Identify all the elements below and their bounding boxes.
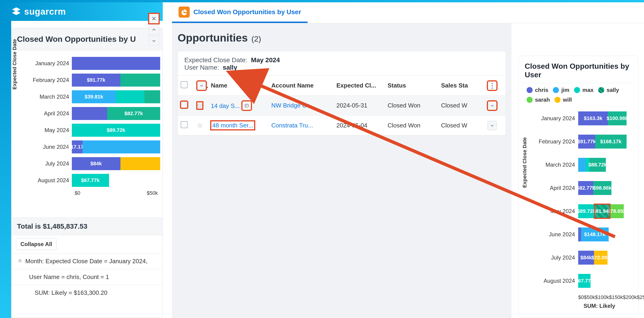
- chart-segment[interactable]: [120, 74, 160, 87]
- chart-segment[interactable]: $78.65k: [610, 204, 624, 218]
- right-chart-row[interactable]: February 2024$91.77k$168.17k: [536, 130, 634, 153]
- right-chart-row[interactable]: May 2024$89.72k$81.94k$78.65k: [536, 200, 634, 223]
- left-chart-row[interactable]: April 2024$82.77k: [25, 105, 160, 122]
- left-chart-row[interactable]: July 2024$84k: [25, 155, 160, 172]
- left-chart-yaxis: Expected Close Date: [12, 29, 18, 99]
- table-row[interactable]: ☆48 month Ser...Constrata Tru...2024-05-…: [178, 116, 506, 136]
- tab-closed-won[interactable]: Closed Won Opportunities by User: [172, 2, 308, 23]
- table-row[interactable]: ☆14 day S...NW Bridge Co...2024-05-31Clo…: [178, 96, 506, 116]
- column-header[interactable]: Expected Cl...: [334, 80, 385, 91]
- column-header[interactable]: Name: [208, 80, 268, 91]
- chart-segment[interactable]: $89.72k: [72, 124, 160, 137]
- left-chart-category: July 2024: [25, 160, 72, 167]
- chart-segment[interactable]: $84k: [72, 157, 120, 170]
- drawer-down-button[interactable]: [149, 36, 159, 46]
- left-chart-row[interactable]: May 2024$89.72k: [25, 122, 160, 139]
- legend-item-jim[interactable]: jim: [553, 87, 569, 93]
- legend-item-sarah[interactable]: sarah: [526, 97, 550, 103]
- row-checkbox[interactable]: [181, 101, 188, 108]
- chart-segment[interactable]: [144, 90, 160, 103]
- collapse-all-button[interactable]: Collapse All: [16, 238, 56, 250]
- tab-strip: Closed Won Opportunities by User: [172, 2, 644, 23]
- cell-stage: Closed W: [438, 120, 485, 131]
- double-chevron-up-icon: [18, 258, 22, 265]
- chart-segment[interactable]: $82.77k: [107, 107, 160, 120]
- tree-row-sum[interactable]: SUM: Likely = $163,300.20: [12, 285, 162, 301]
- right-chart[interactable]: Expected Close Date January 2024$163.3k$…: [522, 107, 634, 309]
- chart-segment[interactable]: [72, 107, 107, 120]
- chart-segment[interactable]: [72, 57, 160, 70]
- left-chart-row[interactable]: August 2024$67.77k: [25, 172, 160, 189]
- favorite-star[interactable]: ☆: [197, 102, 203, 109]
- left-chart[interactable]: Expected Close Date January 2024February…: [12, 50, 162, 217]
- select-all-checkbox[interactable]: [181, 81, 188, 88]
- right-chart-xlabel: SUM: Likely: [536, 303, 634, 309]
- account-link[interactable]: NW Bridge Co...: [271, 102, 315, 109]
- left-chart-row[interactable]: February 2024$91.77k: [25, 72, 160, 88]
- chart-segment[interactable]: $72.09k: [594, 251, 608, 265]
- filter-date-value: May 2024: [251, 56, 280, 64]
- drawer-up-button[interactable]: [149, 25, 159, 35]
- chart-segment[interactable]: $67.77k: [72, 174, 109, 187]
- chart-segment[interactable]: $148.17k: [581, 227, 609, 241]
- chevron-up-icon: [152, 27, 156, 32]
- chart-segment[interactable]: $82.77k: [578, 181, 593, 195]
- chart-segment[interactable]: $91.77k: [72, 74, 120, 87]
- chart-segment[interactable]: $163.3k: [578, 111, 608, 125]
- left-chart-category: May 2024: [25, 127, 72, 134]
- chart-segment[interactable]: $98.86k: [593, 181, 611, 195]
- legend-item-max[interactable]: max: [574, 87, 594, 93]
- legend-item-sally[interactable]: sally: [598, 87, 619, 93]
- row-checkbox[interactable]: [181, 121, 188, 128]
- right-chart-category: February 2024: [536, 138, 578, 145]
- chart-segment[interactable]: [82, 141, 160, 154]
- chart-segment[interactable]: $67.77k: [578, 274, 590, 288]
- legend-item-will[interactable]: will: [554, 97, 572, 103]
- right-chart-row[interactable]: March 2024$88.72k: [536, 153, 634, 176]
- chart-segment[interactable]: $88.72k: [589, 158, 606, 172]
- left-chart-category: January 2024: [25, 60, 72, 67]
- tree-row-month[interactable]: Month: Expected Close Date = January 202…: [12, 253, 162, 269]
- chart-segment[interactable]: $17.17k: [72, 141, 82, 154]
- opportunity-name-link[interactable]: 48 month Ser...: [211, 121, 254, 130]
- chart-segment[interactable]: [578, 158, 586, 172]
- left-total: Total is $1,485,837.53: [12, 217, 162, 235]
- right-chart-row[interactable]: January 2024$163.3k$100.98k: [536, 107, 634, 130]
- account-link[interactable]: Constrata Tru...: [271, 122, 313, 129]
- chart-segment[interactable]: $100.98k: [608, 111, 626, 125]
- right-chart-row[interactable]: June 2024$148.17k: [536, 223, 634, 246]
- chart-segment[interactable]: [578, 227, 581, 241]
- chart-segment[interactable]: $81.94k: [594, 204, 610, 218]
- row-actions-dropdown[interactable]: [488, 121, 497, 130]
- chart-segment[interactable]: $168.17k: [595, 135, 627, 149]
- chart-segment[interactable]: $39.81k: [72, 90, 116, 103]
- column-header[interactable]: Account Name: [268, 80, 334, 91]
- chart-segment[interactable]: [116, 90, 144, 103]
- chart-segment[interactable]: [120, 157, 160, 170]
- title-count: (2): [252, 34, 261, 43]
- chart-segment[interactable]: $89.72k: [578, 204, 594, 218]
- left-dashlet-title: Closed Won Opportunities by U: [12, 28, 162, 50]
- filter-user-value: sally: [223, 64, 237, 71]
- preview-button[interactable]: [242, 101, 251, 110]
- left-chart-row[interactable]: January 2024: [25, 55, 160, 72]
- column-menu-button[interactable]: ⋮: [488, 81, 497, 90]
- opportunity-name-link[interactable]: 14 day S...: [211, 102, 240, 109]
- title-text: Opportunities: [178, 31, 248, 44]
- chart-segment[interactable]: $91.77k: [578, 135, 595, 149]
- left-chart-row[interactable]: June 2024$17.17k: [25, 139, 160, 155]
- legend-label: max: [582, 87, 594, 93]
- left-chart-row[interactable]: March 2024$39.81k: [25, 88, 160, 105]
- right-chart-row[interactable]: April 2024$82.77k$98.86k: [536, 176, 634, 200]
- select-dropdown[interactable]: [197, 81, 206, 90]
- column-header[interactable]: Status: [385, 80, 438, 91]
- legend-item-chris[interactable]: chris: [526, 87, 548, 93]
- right-chart-row[interactable]: August 2024$67.77k: [536, 269, 634, 293]
- tree-row-user[interactable]: User Name = chris, Count = 1: [12, 269, 162, 285]
- row-actions-dropdown[interactable]: [488, 101, 497, 110]
- column-header[interactable]: Sales Sta: [438, 80, 485, 91]
- close-drawer-button[interactable]: [149, 13, 159, 24]
- favorite-star[interactable]: ☆: [197, 122, 203, 129]
- right-chart-row[interactable]: July 2024$84k$72.09k: [536, 246, 634, 269]
- legend-label: sally: [606, 87, 619, 93]
